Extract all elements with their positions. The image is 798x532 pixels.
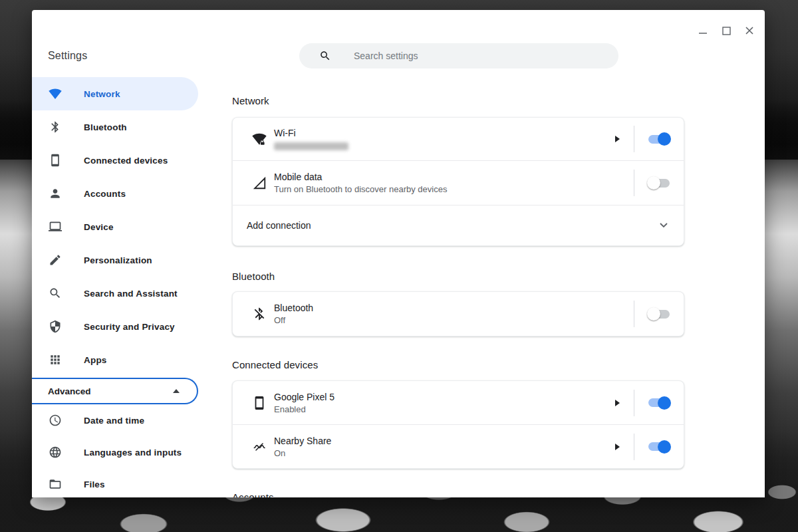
add-connection-label: Add connection xyxy=(247,220,311,231)
wifi-toggle[interactable] xyxy=(634,135,684,144)
sidebar-item-network[interactable]: Network xyxy=(32,77,198,110)
wifi-title: Wi-Fi xyxy=(274,128,348,138)
mobile-signal-icon xyxy=(252,176,267,190)
wifi-icon xyxy=(49,87,62,100)
bluetooth-icon xyxy=(49,120,62,134)
sidebar-item-label: Languages and inputs xyxy=(84,448,182,458)
sidebar-item-search-assistant[interactable]: Search and Assistant xyxy=(32,277,198,310)
smartphone-icon xyxy=(49,154,62,167)
section-heading-connected-devices: Connected devices xyxy=(232,359,684,370)
bluetooth-row-text: Bluetooth Off xyxy=(274,303,313,325)
section-heading-bluetooth: Bluetooth xyxy=(232,271,684,282)
bluetooth-disabled-icon xyxy=(252,307,267,321)
search-icon xyxy=(49,287,62,300)
nearby-share-row[interactable]: Nearby Share On xyxy=(233,425,684,468)
mobile-data-toggle[interactable] xyxy=(634,179,684,188)
sidebar-item-bluetooth[interactable]: Bluetooth xyxy=(32,110,198,144)
bluetooth-title: Bluetooth xyxy=(274,303,313,313)
wifi-lock-icon xyxy=(252,132,267,146)
nearby-share-row-text: Nearby Share On xyxy=(274,436,331,458)
apps-grid-icon xyxy=(49,353,62,366)
mobile-data-subtitle: Turn on Bluetooth to discover nearby dev… xyxy=(274,184,447,194)
sidebar-item-accounts[interactable]: Accounts xyxy=(32,177,198,210)
minimize-icon[interactable] xyxy=(697,25,709,37)
mobile-data-row[interactable]: Mobile data Turn on Bluetooth to discove… xyxy=(233,161,684,205)
connected-devices-card: Google Pixel 5 Enabled Nearby xyxy=(232,380,684,469)
nearby-share-toggle[interactable] xyxy=(634,442,684,451)
wifi-row[interactable]: Wi-Fi xyxy=(233,118,684,160)
subpage-arrow-icon[interactable] xyxy=(615,136,620,142)
close-icon[interactable] xyxy=(743,25,755,37)
clock-icon xyxy=(49,414,62,427)
sidebar-item-files[interactable]: Files xyxy=(32,468,198,497)
bluetooth-row[interactable]: Bluetooth Off xyxy=(233,292,684,336)
section-heading-network: Network xyxy=(232,95,684,106)
sidebar-item-device[interactable]: Device xyxy=(32,210,198,243)
pen-icon xyxy=(49,253,62,267)
chevron-down-icon[interactable] xyxy=(660,223,668,228)
sidebar-item-label: Files xyxy=(84,479,105,489)
pixel-row[interactable]: Google Pixel 5 Enabled xyxy=(233,381,684,424)
sidebar: Network Bluetooth Connected devices Acco… xyxy=(32,77,198,497)
bluetooth-subtitle: Off xyxy=(274,315,313,325)
sidebar-item-languages-inputs[interactable]: Languages and inputs xyxy=(32,436,198,468)
settings-window: Settings Network Bluetooth Connected dev… xyxy=(32,10,765,497)
sidebar-item-connected-devices[interactable]: Connected devices xyxy=(32,144,198,177)
folder-icon xyxy=(49,477,62,491)
section-heading-accounts: Accounts xyxy=(232,491,684,497)
sidebar-item-label: Date and time xyxy=(84,416,144,426)
mobile-data-row-text: Mobile data Turn on Bluetooth to discove… xyxy=(274,172,447,194)
mobile-data-title: Mobile data xyxy=(274,172,447,182)
sidebar-item-label: Network xyxy=(84,89,120,99)
sidebar-item-label: Bluetooth xyxy=(84,122,127,132)
pixel-title: Google Pixel 5 xyxy=(274,392,334,402)
maximize-icon[interactable] xyxy=(720,25,732,37)
laptop-icon xyxy=(49,220,62,233)
wifi-row-text: Wi-Fi xyxy=(274,128,348,150)
sidebar-item-label: Connected devices xyxy=(84,156,168,166)
sidebar-item-date-time[interactable]: Date and time xyxy=(32,404,198,436)
sidebar-item-label: Accounts xyxy=(84,189,126,199)
caret-up-icon xyxy=(173,389,180,393)
phone-icon xyxy=(252,396,267,410)
sidebar-item-label: Apps xyxy=(84,355,107,365)
shield-icon xyxy=(49,320,62,333)
subpage-arrow-icon[interactable] xyxy=(615,400,620,406)
bluetooth-card: Bluetooth Off xyxy=(232,291,684,336)
network-card: Wi-Fi Mobile data xyxy=(232,117,684,246)
pixel-toggle[interactable] xyxy=(634,398,684,407)
sidebar-item-security-privacy[interactable]: Security and Privacy xyxy=(32,310,198,343)
sidebar-item-label: Search and Assistant xyxy=(84,289,178,299)
pixel-subtitle: Enabled xyxy=(274,404,334,414)
sidebar-item-personalization[interactable]: Personalization xyxy=(32,243,198,277)
bluetooth-toggle[interactable] xyxy=(634,310,684,319)
wifi-network-name-redacted xyxy=(274,142,348,150)
page-title: Settings xyxy=(48,50,87,62)
sidebar-item-label: Device xyxy=(84,222,114,232)
globe-icon xyxy=(49,446,62,459)
main-content: Network Wi-Fi xyxy=(232,10,684,497)
nearby-share-title: Nearby Share xyxy=(274,436,331,446)
nearby-share-subtitle: On xyxy=(274,448,331,458)
sidebar-item-apps[interactable]: Apps xyxy=(32,343,198,376)
sidebar-item-label: Personalization xyxy=(84,255,152,265)
advanced-label: Advanced xyxy=(48,386,91,396)
person-icon xyxy=(49,187,62,200)
advanced-button[interactable]: Advanced xyxy=(32,378,198,404)
sidebar-item-label: Security and Privacy xyxy=(84,322,175,332)
window-controls xyxy=(697,25,755,37)
pixel-row-text: Google Pixel 5 Enabled xyxy=(274,392,334,414)
add-connection-row[interactable]: Add connection xyxy=(233,205,684,245)
subpage-arrow-icon[interactable] xyxy=(615,444,620,450)
nearby-share-icon xyxy=(252,440,267,454)
